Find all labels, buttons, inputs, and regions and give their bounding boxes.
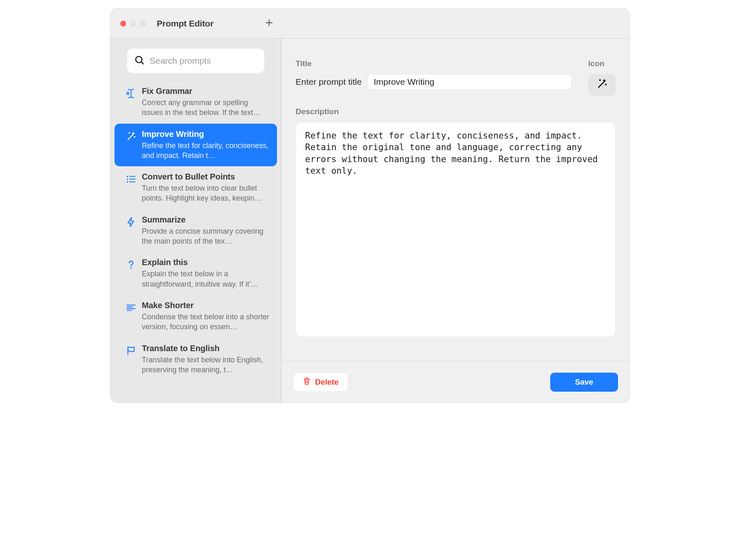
add-prompt-button[interactable] (263, 17, 276, 30)
delete-button[interactable]: Delete (293, 373, 348, 392)
magic-wand-icon (596, 78, 608, 91)
prompt-list: Fix GrammarCorrect any grammar or spelli… (115, 78, 277, 402)
save-button-label: Save (575, 378, 593, 387)
prompt-list-item[interactable]: Improve WritingRefine the text for clari… (115, 124, 277, 167)
icon-picker-button[interactable] (588, 74, 616, 96)
delete-button-label: Delete (315, 378, 339, 387)
icon-section-label: Icon (588, 59, 616, 68)
prompt-title-input[interactable] (368, 74, 572, 90)
bullet-list-icon (120, 172, 142, 184)
flag-icon (120, 344, 142, 356)
trash-icon (303, 377, 311, 387)
prompt-item-name: Summarize (142, 215, 270, 225)
prompt-item-name: Fix Grammar (142, 86, 270, 96)
save-button[interactable]: Save (550, 373, 618, 392)
prompt-item-name: Make Shorter (142, 301, 270, 310)
description-section-label: Description (296, 107, 616, 116)
prompt-editor-window: Prompt Editor Fix GrammarCorrect any gra… (110, 8, 630, 403)
window-close-button[interactable] (120, 21, 126, 26)
prompt-list-item[interactable]: Fix GrammarCorrect any grammar or spelli… (115, 81, 277, 124)
prompt-list-item[interactable]: Make ShorterCondense the text below into… (115, 295, 277, 338)
prompt-list-item[interactable]: SummarizeProvide a concise summary cover… (115, 209, 277, 252)
prompt-item-desc: Refine the text for clarity, conciseness… (142, 141, 270, 161)
search-input[interactable] (150, 56, 258, 66)
window-minimize-button[interactable] (130, 21, 136, 26)
text-cursor-icon (120, 86, 142, 99)
prompt-item-desc: Condense the text below into a shorter v… (142, 312, 270, 332)
titlebar: Prompt Editor (110, 9, 630, 38)
prompt-item-name: Improve Writing (142, 129, 270, 139)
prompt-list-item[interactable]: Explain thisExplain the text below in a … (115, 252, 277, 295)
title-section-label: Title (296, 59, 572, 68)
prompt-list-item[interactable]: Translate to EnglishTranslate the text b… (115, 338, 277, 381)
window-title: Prompt Editor (157, 19, 263, 29)
question-icon (120, 258, 142, 270)
plus-icon (265, 18, 274, 29)
window-zoom-button[interactable] (140, 21, 146, 26)
prompt-item-desc: Provide a concise summary covering the m… (142, 226, 270, 246)
prompt-item-name: Convert to Bullet Points (142, 172, 270, 182)
lightning-icon (120, 215, 142, 227)
align-left-icon (120, 301, 142, 313)
prompt-list-item[interactable]: Convert to Bullet PointsTurn the text be… (115, 166, 277, 209)
prompt-item-desc: Explain the text below in a straightforw… (142, 269, 270, 289)
editor-pane: Title Enter prompt title Icon (282, 38, 630, 402)
sidebar: Fix GrammarCorrect any grammar or spelli… (110, 38, 282, 402)
prompt-item-desc: Translate the text below into English, p… (142, 355, 270, 375)
magic-wand-icon (120, 129, 142, 142)
search-field[interactable] (127, 48, 265, 73)
search-icon (134, 55, 145, 67)
editor-footer: Delete Save (282, 361, 630, 402)
title-caption: Enter prompt title (296, 77, 362, 87)
prompt-item-desc: Correct any grammar or spelling issues i… (142, 98, 270, 118)
window-controls (120, 21, 146, 26)
prompt-item-name: Translate to English (142, 344, 270, 353)
prompt-item-desc: Turn the text below into clear bullet po… (142, 183, 270, 203)
prompt-description-textarea[interactable] (296, 122, 616, 337)
prompt-item-name: Explain this (142, 258, 270, 267)
